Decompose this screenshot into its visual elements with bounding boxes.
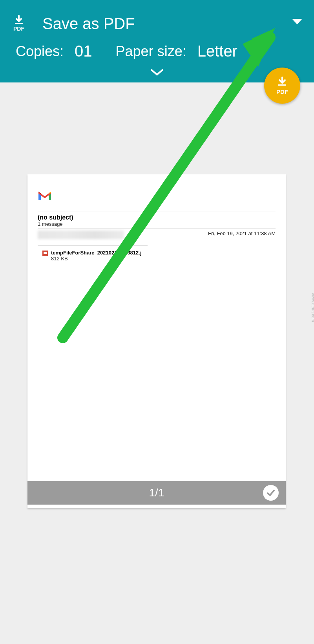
svg-rect-0 (15, 23, 23, 24)
destination-label: Save as PDF (42, 15, 135, 33)
paper-size-value[interactable]: Letter (197, 42, 237, 60)
fab-label: PDF (276, 88, 288, 95)
gmail-logo-icon (38, 190, 52, 203)
paper-size-label: Paper size: (116, 43, 186, 60)
header-row-options: Copies: 01 Paper size: Letter (0, 35, 314, 60)
attachment-row: tempFileForShare_20210219-113812.j 812 K… (42, 250, 142, 262)
expand-options-icon[interactable] (150, 68, 164, 78)
email-subject: (no subject) (38, 212, 276, 221)
image-attachment-icon (42, 251, 48, 256)
sender-redacted (38, 231, 124, 239)
copies-value[interactable]: 01 (75, 42, 92, 60)
attachment-filename: tempFileForShare_20210219-113812.j (51, 250, 142, 256)
message-count: 1 message (38, 221, 276, 227)
watermark-text: www.deuq.com (311, 293, 314, 322)
svg-marker-2 (292, 19, 302, 24)
copies-label: Copies: (16, 43, 64, 60)
svg-rect-3 (278, 84, 286, 86)
download-icon (276, 77, 289, 88)
attachment-size: 812 KB (51, 256, 142, 262)
page-indicator-bar: 1/1 (27, 481, 286, 505)
sender-row: Fri, Feb 19, 2021 at 11:38 AM (38, 229, 276, 239)
subject-block: (no subject) 1 message (38, 212, 276, 227)
save-pdf-icon: PDF (11, 15, 27, 32)
email-timestamp: Fri, Feb 19, 2021 at 11:38 AM (208, 231, 276, 236)
chevron-down-icon[interactable] (292, 19, 302, 27)
print-options-header: PDF Save as PDF Copies: 01 Paper size: L… (0, 0, 314, 82)
page-selected-check-icon[interactable] (263, 485, 279, 501)
divider (38, 245, 148, 245)
save-pdf-fab[interactable]: PDF (264, 68, 300, 104)
svg-text:PDF: PDF (13, 26, 24, 32)
header-row-destination[interactable]: PDF Save as PDF (0, 0, 314, 35)
page-number: 1/1 (149, 487, 164, 499)
print-preview-page[interactable]: (no subject) 1 message Fri, Feb 19, 2021… (27, 174, 286, 508)
